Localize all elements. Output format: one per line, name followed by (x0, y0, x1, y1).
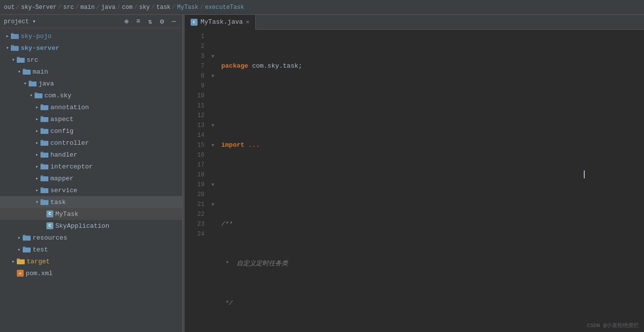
ln-2: 2 (185, 42, 204, 51)
ln-21: 21 (185, 200, 204, 209)
ln-13: 13 (185, 121, 204, 130)
tree-item-aspect[interactable]: aspect (0, 113, 182, 125)
ln-23: 23 (185, 219, 204, 229)
project-dropdown[interactable]: project ▾ (4, 18, 119, 25)
folder-icon-target (17, 258, 25, 265)
fold-21[interactable]: ▼ (209, 200, 216, 209)
svg-rect-28 (40, 187, 43, 189)
tree-item-resources[interactable]: resources (0, 232, 182, 244)
svg-rect-14 (40, 104, 43, 106)
svg-rect-10 (29, 81, 32, 82)
folder-icon-comsky (35, 92, 42, 99)
align-list-icon[interactable]: ≡ (134, 17, 143, 26)
folder-icon-task (40, 199, 48, 206)
folder-icon-main (23, 68, 31, 75)
tree-item-pomxml[interactable]: m pom.xml (0, 267, 182, 279)
folder-icon-resources (23, 234, 31, 241)
tree-item-interceptor[interactable]: interceptor (0, 161, 182, 172)
tree-item-sky-pojo[interactable]: sky-pojo (0, 30, 182, 42)
svg-rect-32 (23, 235, 26, 236)
ln-11: 11 (185, 101, 204, 111)
svg-rect-30 (40, 199, 43, 201)
fold-15[interactable]: ▼ (209, 140, 216, 150)
compass-icon[interactable]: ⊕ (122, 17, 131, 26)
tree-item-task[interactable]: task (0, 196, 182, 208)
xml-file-icon: m (17, 270, 24, 277)
tree-item-annotation[interactable]: annotation (0, 101, 182, 113)
code-line-10: */ (221, 298, 644, 308)
svg-rect-24 (40, 164, 43, 165)
tree-item-config[interactable]: config (0, 125, 182, 137)
code-line-2 (221, 101, 644, 111)
tree-item-mapper[interactable]: mapper (0, 172, 182, 184)
arrow-aspect (34, 116, 40, 123)
java-file-icon-skyapp: C (46, 222, 53, 229)
tree-item-skyapp[interactable]: C SkyApplication (0, 220, 182, 232)
editor-panel: C MyTask.java ✕ 1 2 3 7 8 9 10 11 12 13 … (185, 15, 644, 332)
tab-bar: C MyTask.java ✕ (185, 15, 644, 30)
svg-rect-17 (40, 129, 48, 134)
tree-item-src[interactable]: src (0, 54, 182, 66)
folder-icon-java (29, 80, 37, 87)
align-equal-icon[interactable]: ⇅ (146, 17, 155, 26)
tree-item-comsky[interactable]: com.sky (0, 89, 182, 101)
svg-rect-21 (40, 153, 48, 158)
tree-item-java[interactable]: java (0, 78, 182, 89)
ln-9: 9 (185, 81, 204, 91)
svg-rect-7 (23, 70, 31, 75)
tree-item-mytask[interactable]: C MyTask (0, 208, 182, 220)
ln-20: 20 (185, 190, 204, 200)
tab-filename: MyTask.java (201, 18, 243, 26)
ln-3: 3 (185, 51, 204, 61)
task-label: task (50, 199, 66, 206)
folder-icon-interceptor (40, 163, 48, 170)
ln-7: 7 (185, 61, 204, 71)
fold-13[interactable]: ▼ (209, 121, 216, 130)
svg-rect-19 (40, 141, 48, 146)
file-tree: sky-pojo sky-server src (0, 28, 182, 281)
svg-rect-5 (17, 58, 25, 63)
fold-gutter: ▼ ▼ ▼ ▼ ▼ ▼ (209, 30, 216, 332)
fold-8[interactable]: ▼ (209, 71, 216, 81)
fold-2 (209, 42, 216, 51)
minimize-icon[interactable]: — (169, 17, 178, 26)
svg-rect-33 (23, 248, 31, 252)
tree-item-sky-server[interactable]: sky-server (0, 42, 182, 54)
code-line-3: import ... (221, 140, 644, 150)
tree-item-main[interactable]: main (0, 66, 182, 78)
sidebar-toolbar: project ▾ ⊕ ≡ ⇅ ⚙ — (0, 15, 182, 28)
fold-3[interactable]: ▼ (209, 51, 216, 61)
code-content[interactable]: package com.sky.task; import ... /** * 自… (216, 30, 644, 332)
settings-icon[interactable]: ⚙ (158, 17, 166, 26)
arrow-main (16, 68, 23, 75)
code-area[interactable]: 1 2 3 7 8 9 10 11 12 13 14 15 16 17 18 1… (185, 30, 644, 332)
fold-14 (209, 130, 216, 140)
svg-rect-20 (40, 140, 43, 141)
arrow-sky-pojo (4, 33, 11, 40)
aspect-label: aspect (50, 116, 74, 123)
ln-22: 22 (185, 209, 204, 219)
ln-19: 19 (185, 180, 204, 190)
ln-17: 17 (185, 160, 204, 170)
resources-label: resources (33, 234, 67, 242)
mytask-label: MyTask (55, 210, 79, 218)
svg-rect-12 (35, 92, 38, 94)
fold-19[interactable]: ▼ (209, 180, 216, 190)
arrow-mapper (34, 175, 40, 182)
code-line-8: /** (221, 219, 644, 229)
tree-item-target[interactable]: target (0, 255, 182, 267)
tree-item-service[interactable]: service (0, 184, 182, 196)
svg-rect-6 (17, 57, 20, 58)
tree-item-test[interactable]: test (0, 244, 182, 255)
svg-rect-31 (23, 236, 31, 241)
tab-mytask[interactable]: C MyTask.java ✕ (185, 15, 256, 30)
tab-close-button[interactable]: ✕ (246, 18, 249, 26)
tree-item-handler[interactable]: handler (0, 149, 182, 161)
svg-rect-23 (40, 165, 48, 169)
tree-item-controller[interactable]: controller (0, 137, 182, 149)
arrow-comsky (28, 92, 35, 99)
ln-18: 18 (185, 170, 204, 180)
service-label: service (50, 187, 78, 194)
main-label: main (33, 68, 48, 76)
fold-22 (209, 209, 216, 219)
